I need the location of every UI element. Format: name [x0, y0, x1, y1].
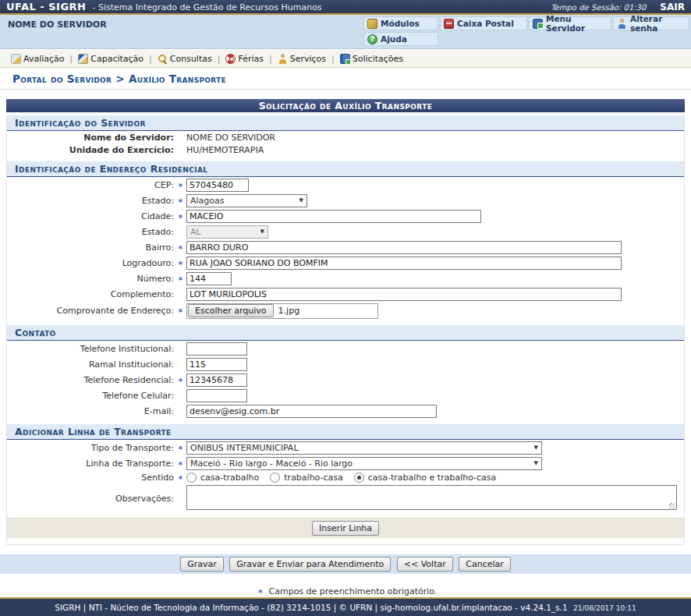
gravar-button[interactable]: Gravar [180, 557, 224, 572]
field-row-tel-celular: Telefone Celular: [7, 388, 684, 403]
escolher-arquivo-button[interactable]: Escolher arquivo [188, 304, 274, 317]
cidade-input[interactable] [186, 210, 481, 223]
field-row-unidade: Unidade do Exercício: HU/HEMOTERAPIA [7, 143, 684, 156]
tipo-transporte-select[interactable]: ONIBUS INTERMUNICIPAL▼ [186, 441, 542, 455]
chevron-down-icon: ▼ [299, 197, 303, 204]
field-row-tipo-transporte: Tipo de Transporte: ✶ ONIBUS INTERMUNICI… [7, 440, 684, 455]
field-row-numero: Número: ✶ [7, 271, 684, 286]
header-nav: Módulos Caixa Postal Menu Servidor Alter… [363, 16, 689, 46]
field-row-logradouro: Logradouro: ✶ [7, 255, 684, 271]
field-row-cep: CEP: ✶ [7, 177, 684, 193]
menu-item-label: Solicitações [353, 54, 403, 64]
footer-timestamp: 21/08/2017 10:11 [573, 604, 636, 612]
sentido-label: Sentido [7, 473, 174, 483]
menu-item-label: Serviços [290, 54, 326, 64]
unidade-exercicio-label: Unidade do Exercício: [7, 145, 174, 155]
menu-item-avaliacao[interactable]: Avaliação [11, 54, 65, 64]
caixa-postal-button[interactable]: Caixa Postal [440, 16, 527, 30]
app-brand: UFAL - SIGRH [6, 1, 87, 12]
action-bar: Gravar Gravar e Enviar para Atendimento … [0, 554, 691, 574]
radio-casa-trabalho-e-trabalho-casa[interactable] [354, 473, 364, 483]
cancelar-button[interactable]: Cancelar [459, 557, 511, 572]
tel-institucional-label: Telefone Institucional: [7, 344, 174, 354]
field-row-tel-institucional: Telefone Institucional: [7, 341, 684, 356]
logout-link[interactable]: SAIR [660, 2, 685, 12]
chevron-down-icon: ▼ [534, 460, 538, 466]
required-star-icon: ✶ [177, 259, 184, 267]
modules-icon [367, 19, 377, 29]
nome-servidor-label: Nome do Servidor: [7, 133, 174, 143]
gravar-enviar-button[interactable]: Gravar e Enviar para Atendimento [229, 557, 391, 572]
field-row-nome: Nome do Servidor: NOME DO SERVIDOR [7, 131, 684, 143]
estado-label: Estado: [7, 196, 174, 206]
radio-casa-trabalho[interactable] [186, 473, 197, 483]
ferias-icon [225, 54, 236, 64]
menu-item-ferias[interactable]: Férias [225, 54, 264, 64]
unidade-exercicio-value: HU/HEMOTERAPIA [186, 145, 264, 155]
complemento-input[interactable] [186, 288, 622, 301]
observacoes-wrap [186, 485, 677, 512]
avaliacao-icon [11, 54, 21, 64]
user-name: NOME DO SERVIDOR [8, 19, 107, 30]
required-star-icon: ✶ [177, 444, 184, 452]
menu-item-solicitacoes[interactable]: Solicitações [340, 54, 403, 64]
breadcrumb: Portal do Servidor > Auxílio Transporte [0, 68, 691, 90]
comprovante-label: Comprovante de Endereço: [7, 306, 174, 316]
inserir-linha-button[interactable]: Inserir Linha [312, 521, 379, 536]
app-subtitle: - Sistema Integrado de Gestão de Recurso… [93, 2, 322, 12]
estado-select[interactable]: Alagoas▼ [186, 194, 307, 207]
field-row-estado-uf: Estado: AL▼ [7, 224, 684, 239]
capacitacao-icon [78, 54, 88, 64]
menu-item-consultas[interactable]: Consultas [158, 54, 212, 64]
bairro-input[interactable] [186, 241, 622, 254]
linha-transporte-select[interactable]: Maceió - Rio largo - Maceió - Rio largo▼ [186, 457, 542, 470]
required-star-icon: ✶ [177, 212, 184, 221]
field-row-cidade: Cidade: ✶ [7, 208, 684, 224]
required-star-icon: ✶ [177, 376, 184, 384]
required-note-text: Campos de preenchimento obrigatório. [269, 586, 438, 597]
required-star-icon: ✶ [177, 459, 184, 468]
tel-residencial-input[interactable] [186, 373, 247, 387]
logradouro-label: Logradouro: [7, 258, 174, 268]
required-star-icon: ✶ [177, 473, 184, 482]
session-timer: Tempo de Sessão: 01:30 [551, 3, 646, 12]
menu-item-capacitacao[interactable]: Capacitação [78, 54, 144, 64]
required-star-icon: ✶ [177, 306, 184, 315]
observacoes-textarea[interactable] [186, 485, 677, 510]
brand-area: UFAL - SIGRH- Sistema Integrado de Gestã… [6, 1, 322, 12]
ramal-label: Ramal Institucional: [7, 359, 174, 370]
alterar-senha-button[interactable]: Alterar senha [613, 16, 689, 30]
field-row-tel-residencial: Telefone Residencial: ✶ [7, 372, 684, 388]
linha-transporte-select-value: Maceió - Rio largo - Maceió - Rio largo [190, 458, 353, 469]
voltar-button[interactable]: << Voltar [397, 557, 453, 572]
tel-institucional-input[interactable] [186, 342, 247, 356]
menu-servidor-button-label: Menu Servidor [546, 14, 608, 33]
ajuda-button[interactable]: Ajuda [363, 32, 438, 46]
ramal-input[interactable] [186, 358, 247, 371]
menu-item-label: Capacitação [90, 54, 144, 64]
comprovante-file-input[interactable]: Escolher arquivo 1.jpg [186, 303, 378, 319]
modules-button-label: Módulos [381, 19, 420, 28]
modules-button[interactable]: Módulos [363, 16, 438, 30]
email-label: E-mail: [7, 406, 174, 416]
numero-input[interactable] [186, 272, 232, 285]
servicos-icon [278, 54, 288, 64]
logradouro-input[interactable] [186, 257, 622, 270]
mailbox-icon [444, 19, 454, 29]
email-input[interactable] [186, 405, 437, 418]
tel-celular-label: Telefone Celular: [7, 391, 174, 401]
radio-casa-trabalho-e-trabalho-casa-label: casa-trabalho e trabalho-casa [368, 473, 497, 483]
field-row-linha-transporte: Linha de Transporte: ✶ Maceió - Rio larg… [7, 455, 684, 471]
menu-item-label: Consultas [170, 54, 212, 64]
menu-item-servicos[interactable]: Serviços [278, 54, 326, 64]
observacoes-label: Observações: [7, 494, 174, 504]
section-header-endereco: Identificação de Endereço Residencial [7, 161, 684, 177]
tel-celular-input[interactable] [186, 389, 247, 402]
linha-transporte-label: Linha de Transporte: [7, 458, 174, 469]
radio-trabalho-casa[interactable] [270, 473, 280, 483]
alterar-senha-button-label: Alterar senha [630, 14, 686, 33]
required-star-icon: ✶ [177, 196, 184, 205]
cep-input[interactable] [186, 179, 249, 192]
menu-servidor-button[interactable]: Menu Servidor [529, 16, 611, 30]
complemento-label: Complemento: [7, 289, 174, 299]
